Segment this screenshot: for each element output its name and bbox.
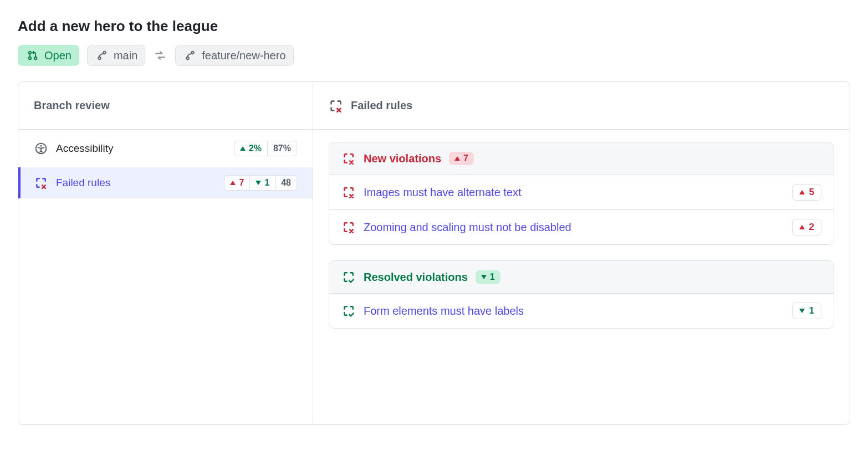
scan-fail-icon xyxy=(341,185,356,199)
violation-label: Images must have alternate text xyxy=(364,186,784,199)
triangle-down-icon xyxy=(256,181,261,185)
svg-point-0 xyxy=(29,52,32,54)
violation-row-images-alt[interactable]: Images must have alternate text 5 xyxy=(329,175,834,210)
accessibility-label: Accessibility xyxy=(56,142,226,155)
svg-point-3 xyxy=(98,57,101,60)
resolved-violations-card: Resolved violations 1 xyxy=(329,260,834,329)
status-badge-open: Open xyxy=(18,45,79,66)
resolved-violations-header: Resolved violations 1 xyxy=(329,261,834,294)
triangle-up-icon xyxy=(240,146,246,151)
scan-fail-icon xyxy=(329,99,343,113)
page-title: Add a new hero to the league xyxy=(18,18,850,35)
triangle-up-icon xyxy=(230,181,236,185)
scan-pass-icon xyxy=(341,270,356,284)
scan-fail-icon xyxy=(341,220,356,234)
sidebar-item-accessibility[interactable]: Accessibility 2% 87% xyxy=(18,133,313,164)
svg-point-1 xyxy=(29,57,32,60)
new-violations-title: New violations xyxy=(364,152,441,165)
violation-count-badge: 2 xyxy=(792,219,821,235)
compare-branch-pill[interactable]: feature/new-hero xyxy=(175,45,293,66)
review-panel: Branch review Accessibility 2% 8 xyxy=(18,81,850,425)
accessibility-total: 87% xyxy=(268,141,297,156)
failed-rules-new-count: 7 xyxy=(224,175,250,191)
compare-arrows-icon xyxy=(153,48,167,63)
base-branch-label: main xyxy=(114,49,137,62)
violation-row-zooming[interactable]: Zooming and scaling must not be disabled… xyxy=(329,210,834,244)
pull-request-icon xyxy=(25,48,40,63)
status-label: Open xyxy=(44,49,72,62)
svg-point-6 xyxy=(192,52,195,54)
triangle-up-icon xyxy=(455,156,460,161)
sidebar: Branch review Accessibility 2% 8 xyxy=(18,82,313,424)
svg-point-2 xyxy=(34,57,37,60)
new-violations-card: New violations 7 xyxy=(329,142,834,245)
compare-branch-label: feature/new-hero xyxy=(202,49,285,62)
violation-label: Zooming and scaling must not be disabled xyxy=(364,221,784,234)
svg-point-8 xyxy=(40,145,42,147)
new-violations-header: New violations 7 xyxy=(329,142,834,175)
triangle-up-icon xyxy=(799,225,805,229)
scan-pass-icon xyxy=(341,304,356,318)
branch-icon xyxy=(183,48,197,63)
main-header: Failed rules xyxy=(313,82,850,130)
main-content: Failed rules New vio xyxy=(313,82,850,424)
resolved-violations-count-badge: 1 xyxy=(476,270,501,284)
new-violations-count-badge: 7 xyxy=(449,152,474,165)
scan-fail-icon xyxy=(341,151,356,166)
resolved-row-form-labels[interactable]: Form elements must have labels 1 xyxy=(329,294,834,328)
failed-rules-resolved-count: 1 xyxy=(250,175,275,191)
branch-icon xyxy=(95,48,109,63)
resolved-count-badge: 1 xyxy=(792,303,821,319)
scan-fail-icon xyxy=(34,176,48,190)
accessibility-icon xyxy=(34,141,48,156)
resolved-label: Form elements must have labels xyxy=(364,305,784,317)
triangle-down-icon xyxy=(481,275,487,279)
violation-count-badge: 5 xyxy=(792,184,821,201)
resolved-violations-title: Resolved violations xyxy=(364,271,468,284)
svg-point-5 xyxy=(187,57,190,60)
failed-rules-label: Failed rules xyxy=(56,177,216,189)
svg-point-4 xyxy=(103,52,106,54)
failed-rules-total-count: 48 xyxy=(275,175,297,191)
sidebar-title: Branch review xyxy=(18,82,313,130)
sidebar-item-failed-rules[interactable]: Failed rules 7 1 48 xyxy=(18,167,313,198)
pr-meta-row: Open main xyxy=(18,45,850,66)
triangle-up-icon xyxy=(799,190,805,194)
triangle-down-icon xyxy=(799,309,805,313)
accessibility-delta: 2% xyxy=(234,141,268,156)
base-branch-pill[interactable]: main xyxy=(87,45,145,66)
